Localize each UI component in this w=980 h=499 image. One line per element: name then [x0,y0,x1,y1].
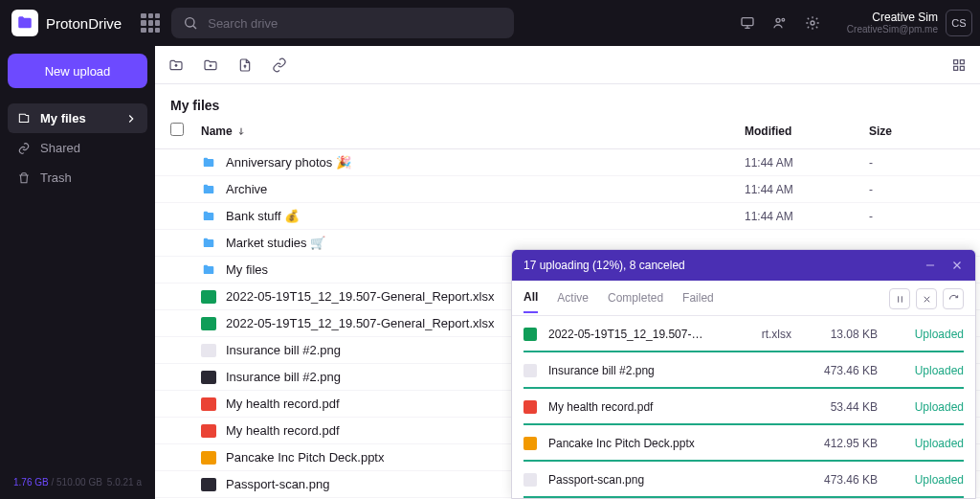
upload-progress-bar [523,496,964,498]
user-name: Creative Sim [847,11,938,24]
logo-icon [11,10,38,36]
ppt-icon [523,437,537,450]
file-modified: 11:44 AM [745,156,869,170]
gear-icon[interactable] [805,15,820,31]
upload-header: 17 uploading (12%), 8 canceled [512,250,975,281]
upload-file-size: 53.44 KB [791,400,878,414]
col-size[interactable]: Size [869,125,965,138]
table-row[interactable]: Archive11:44 AM- [155,176,980,203]
file-name: Market studies 🛒 [220,236,745,250]
folder-icon [201,210,216,223]
apps-grid-icon[interactable] [141,13,160,33]
minimize-icon[interactable] [924,259,937,272]
retry-all-button[interactable] [943,288,964,309]
sidebar-item-shared[interactable]: Shared [8,133,147,163]
folder-icon [201,263,216,277]
page-title: My files [155,84,980,123]
upload-panel: 17 uploading (12%), 8 canceled All Activ… [511,249,976,499]
img-light-icon [523,473,537,487]
upload-row: My health record.pdf53.44 KBUploaded [512,389,975,425]
upload-row: Insurance bill #2.png473.46 KBUploaded [512,352,975,389]
table-row[interactable]: Anniversary photos 🎉11:44 AM- [155,149,980,176]
link-icon[interactable] [272,57,287,73]
svg-rect-5 [954,59,958,63]
col-name[interactable]: Name [193,125,745,138]
img-dark-icon [201,371,216,384]
search-box[interactable] [171,8,514,38]
img-light-icon [523,364,537,377]
pdf-icon [523,400,537,414]
xls-icon [201,290,216,304]
cancel-all-button[interactable] [916,288,937,309]
upload-file-size: 473.46 KB [791,364,878,377]
svg-point-4 [811,21,814,25]
upload-row: Passport-scan.png473.46 KBUploaded [512,462,975,498]
contacts-icon[interactable] [772,15,788,31]
xls-icon [523,328,537,341]
svg-rect-7 [954,66,958,70]
upload-row: Pancake Inc Pitch Deck.pptx412.95 KBUplo… [512,425,975,462]
pause-all-button[interactable] [889,288,910,309]
logo[interactable]: ProtonDrive [11,10,122,36]
upload-file-icon[interactable] [237,57,253,73]
upload-summary: 17 uploading (12%), 8 canceled [523,259,685,272]
tab-all[interactable]: All [523,290,538,313]
pdf-icon [201,397,216,411]
upload-file-name: Passport-scan.png [541,473,788,487]
file-size: - [869,156,965,170]
upload-row: 2022-05-19T15_12_19.507-…rt.xlsx13.08 KB… [512,316,975,352]
storage-meter: 1.76 GB / 510.00 GB 5.0.21 a [8,473,147,491]
tab-completed[interactable]: Completed [608,291,663,312]
user-menu[interactable]: Creative Sim CreativeSim@pm.me CS [847,10,972,36]
topbar: ProtonDrive Creative Sim CreativeSim@pm.… [0,0,980,46]
upload-status: Uploaded [878,364,964,377]
svg-point-3 [782,18,785,21]
pdf-icon [201,424,216,438]
table-header: Name Modified Size [155,123,980,149]
upload-status: Uploaded [878,400,964,414]
new-folder-icon[interactable] [203,57,218,73]
search-input[interactable] [208,16,502,31]
screen-icon[interactable] [740,15,755,31]
sidebar-item-trash[interactable]: Trash [8,163,147,193]
upload-file-name: My health record.pdf [541,400,788,414]
upload-file-name: Pancake Inc Pitch Deck.pptx [541,437,788,450]
file-size: - [869,210,965,223]
img-light-icon [201,344,216,357]
folder-icon [201,237,216,250]
sort-down-icon [236,126,246,136]
upload-file-size: 13.08 KB [791,328,878,341]
upload-status: Uploaded [878,437,964,450]
tab-active[interactable]: Active [557,291,589,312]
close-icon[interactable] [950,259,964,272]
view-grid-icon[interactable] [951,57,967,73]
svg-point-0 [186,18,194,27]
sidebar-item-label: My files [40,111,86,125]
col-modified[interactable]: Modified [745,125,869,138]
upload-file-size: 412.95 KB [791,437,878,450]
ppt-icon [201,451,216,465]
new-upload-button[interactable]: New upload [8,54,147,88]
topbar-actions [740,15,820,31]
upload-status: Uploaded [878,328,964,341]
sidebar-item-my-files[interactable]: My files [8,103,147,133]
upload-file-ext: rt.xlsx [758,328,791,341]
select-all-checkbox[interactable] [170,123,184,136]
upload-status: Uploaded [878,473,964,487]
file-modified: 11:44 AM [745,183,869,196]
sidebar: New upload My filesSharedTrash 1.76 GB /… [0,46,155,499]
file-name: Bank stuff 💰 [220,209,745,223]
search-icon [183,15,198,31]
chevron-right-icon [124,112,138,125]
user-email: CreativeSim@pm.me [847,24,938,35]
upload-file-name: 2022-05-19T15_12_19.507-… [541,328,758,341]
xls-icon [201,317,216,330]
upload-file-size: 473.46 KB [791,473,878,487]
file-name: Archive [220,182,745,196]
folder-up-icon[interactable] [168,57,184,73]
upload-tabs: All Active Completed Failed [512,281,975,316]
svg-point-2 [776,18,780,22]
logo-text: ProtonDrive [46,15,122,32]
table-row[interactable]: Bank stuff 💰11:44 AM- [155,203,980,230]
tab-failed[interactable]: Failed [682,291,714,312]
